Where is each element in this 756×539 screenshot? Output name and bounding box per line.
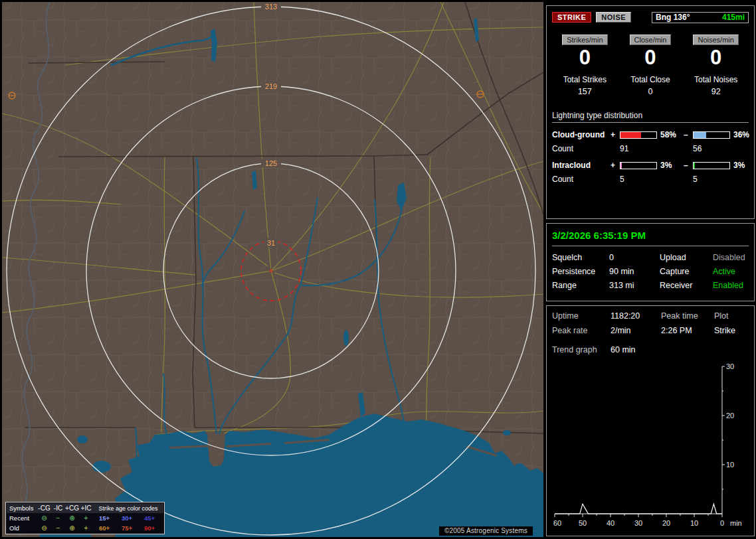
trend-series-line xyxy=(555,504,722,514)
y-tick-10: 10 xyxy=(726,461,734,469)
peak-rate-value: 2/min xyxy=(611,326,661,335)
strike-tab-button[interactable]: STRIKE xyxy=(552,12,591,23)
noises-per-min-column: Noises/min 0 Total Noises 92 xyxy=(683,33,749,96)
total-strikes-label: Total Strikes xyxy=(552,75,618,84)
cg-minus-bar xyxy=(693,131,730,139)
total-strikes-value: 157 xyxy=(552,87,618,96)
total-noises-value: 92 xyxy=(683,87,749,96)
close-per-min-header[interactable]: Close/min xyxy=(630,35,672,45)
strikes-per-min-header[interactable]: Strikes/min xyxy=(562,35,607,45)
age-code-75: 75+ xyxy=(116,524,138,532)
peak-time-label: Peak time xyxy=(661,311,714,321)
ic-minus-bar xyxy=(693,162,730,169)
x-axis-unit: min xyxy=(730,519,742,527)
total-close-label: Total Close xyxy=(618,75,684,84)
noise-tab-button[interactable]: NOISE xyxy=(596,12,631,23)
plot-value: Strike xyxy=(714,326,749,335)
legend-old-label: Old xyxy=(7,524,37,532)
noises-per-min-header[interactable]: Noises/min xyxy=(693,35,738,45)
legend-col-neg-ic: -IC xyxy=(51,504,65,513)
trend-graph-label: Trend graph xyxy=(552,345,611,354)
upload-label: Upload xyxy=(660,253,713,262)
session-panel: Uptime 1182:20 Peak time Plot Peak rate … xyxy=(546,305,755,536)
total-close-value: 0 xyxy=(618,87,684,96)
copyright-label: ©2005 Astrogenic Systems xyxy=(439,526,533,536)
cg-minus-count: 56 xyxy=(684,144,749,153)
squelch-label: Squelch xyxy=(552,253,609,262)
ic-minus-bar-fill xyxy=(694,163,695,169)
x-tick-10: 10 xyxy=(690,519,698,527)
persistence-label: Persistence xyxy=(552,267,609,276)
age-code-15: 15+ xyxy=(93,514,116,522)
age-code-90: 90+ xyxy=(138,524,161,532)
close-per-min-column: Close/min 0 Total Close 0 xyxy=(618,33,684,96)
cg-plus-count: 91 xyxy=(611,144,684,153)
plus-sign: + xyxy=(611,161,620,170)
recent-pos-cg-icon: ⊕ xyxy=(65,514,79,523)
datetime-display: 3/2/2026 6:35:19 PM xyxy=(552,228,749,246)
total-noises-label: Total Noises xyxy=(683,75,749,84)
x-tick-20: 20 xyxy=(662,519,670,527)
intracloud-row: Intracloud + 3% – 3% xyxy=(552,161,749,170)
old-neg-cg-icon: ⊖ xyxy=(37,524,51,533)
legend-symbols-header: Symbols xyxy=(7,504,37,512)
x-tick-50: 50 xyxy=(579,519,587,527)
intracloud-count-row: Count 5 5 xyxy=(552,175,749,184)
intracloud-label: Intracloud xyxy=(552,161,611,170)
count-label: Count xyxy=(552,175,611,184)
squelch-value: 0 xyxy=(609,253,660,262)
old-pos-cg-icon: ⊕ xyxy=(65,524,79,533)
ring-label-31: 31 xyxy=(267,239,275,247)
close-per-min-value: 0 xyxy=(618,46,684,69)
trend-graph-value: 60 min xyxy=(611,345,749,354)
distribution-title: Lightning type distribution xyxy=(552,111,749,123)
minus-sign: – xyxy=(684,130,693,139)
capture-status-value: Active xyxy=(713,267,749,276)
recent-pos-ic-icon: + xyxy=(79,514,93,523)
ring-label-313: 313 xyxy=(265,3,277,11)
recent-neg-ic-icon: − xyxy=(51,514,65,523)
capture-label: Capture xyxy=(660,267,713,276)
strike-stats-panel: STRIKE NOISE Bng 136° 415mi Strikes/min … xyxy=(546,5,755,219)
ring-label-219: 219 xyxy=(265,82,277,90)
bearing-value: Bng 136° xyxy=(656,13,690,22)
nexstorm-window: 313 219 125 31 Symbols -CG -IC +CG +IC xyxy=(0,0,756,539)
cloud-ground-count-row: Count 91 56 xyxy=(552,144,749,153)
ic-plus-bar-fill xyxy=(620,163,622,169)
ic-plus-bar xyxy=(620,162,657,169)
ic-plus-count: 5 xyxy=(611,175,684,184)
cloud-ground-label: Cloud-ground xyxy=(552,130,611,139)
peak-time-value: 2:26 PM xyxy=(661,326,714,335)
receiver-status-value: Enabled xyxy=(713,281,749,290)
minus-sign: – xyxy=(684,161,693,170)
uptime-label: Uptime xyxy=(552,311,611,321)
uptime-value: 1182:20 xyxy=(611,311,661,321)
ring-label-125: 125 xyxy=(265,159,277,167)
legend-col-pos-ic: +IC xyxy=(79,504,93,513)
bearing-display: Bng 136° 415mi xyxy=(652,12,749,23)
y-tick-30: 30 xyxy=(726,362,734,370)
bearing-distance: 415mi xyxy=(722,13,745,22)
y-tick-20: 20 xyxy=(726,412,734,420)
lightning-map[interactable]: 313 219 125 31 Symbols -CG -IC +CG +IC xyxy=(2,2,543,537)
strike-symbols-legend: Symbols -CG -IC +CG +IC Strike age color… xyxy=(5,502,165,534)
age-code-60: 60+ xyxy=(93,524,116,532)
peak-rate-label: Peak rate xyxy=(552,326,611,335)
age-code-30: 30+ xyxy=(116,514,138,522)
cg-minus-percent: 36% xyxy=(730,130,754,139)
x-tick-40: 40 xyxy=(607,519,614,527)
cg-plus-percent: 58% xyxy=(657,130,684,139)
legend-age-header: Strike age color codes xyxy=(93,505,163,512)
old-neg-ic-icon: − xyxy=(51,524,65,533)
legend-recent-label: Recent xyxy=(7,514,37,522)
persistence-value: 90 min xyxy=(609,267,660,276)
old-pos-ic-icon: + xyxy=(79,524,93,533)
range-value: 313 mi xyxy=(609,281,660,290)
trend-axes xyxy=(555,366,722,514)
cg-plus-bar-fill xyxy=(620,132,641,138)
cg-plus-bar xyxy=(620,131,657,139)
strikes-per-min-value: 0 xyxy=(552,46,618,69)
range-label: Range xyxy=(552,281,609,290)
cg-minus-bar-fill xyxy=(694,132,706,138)
trend-axis-labels: 30 20 10 60 50 40 30 20 10 0 min xyxy=(553,362,742,527)
